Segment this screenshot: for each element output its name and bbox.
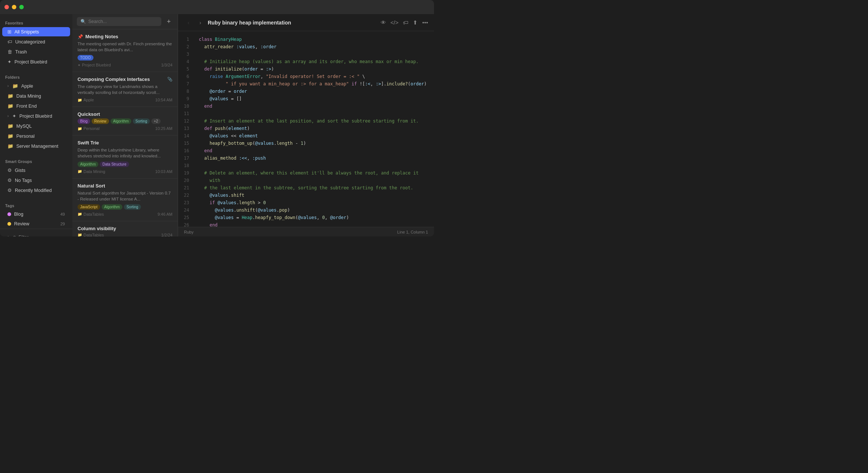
snippet-title: 📌 Meeting Notes (78, 34, 118, 39)
tag-icon[interactable]: 🏷 (403, 19, 408, 26)
snippet-item-meeting-notes[interactable]: 📌 Meeting Notes The meeting opened with … (72, 29, 178, 72)
trash-icon: 🗑 (7, 49, 12, 55)
tag-icon: 🏷 (7, 39, 12, 45)
search-icon: 🔍 (80, 19, 86, 24)
gear-icon: ⚙ (7, 167, 12, 173)
folders-label: Folders (0, 71, 72, 81)
tag-data-structure: Data Structure (100, 162, 129, 167)
sidebar-item-project-bluebird[interactable]: › ✦ Project Bluebird (2, 111, 70, 121)
sidebar-item-personal[interactable]: 📁 Personal (2, 131, 70, 141)
tag-todo: TODO (78, 55, 93, 61)
sidebar-item-data-mining[interactable]: 📁 Data Mining (2, 91, 70, 101)
snippet-folder: 📁 DataTables (78, 212, 104, 216)
folder-icon: 📁 (78, 127, 82, 131)
paperclip-icon: 📎 (167, 77, 172, 82)
more-icon[interactable]: ••• (422, 19, 428, 26)
tags-label: Tags (0, 200, 72, 209)
sidebar-item-gists[interactable]: ⚙ Gists (2, 166, 70, 175)
editor-toolbar: ‹ › Ruby binary heap implementation 👁 </… (178, 14, 434, 31)
snippet-item-composing[interactable]: Composing Complex Interfaces 📎 The categ… (72, 72, 178, 107)
trash-label: Trash (15, 49, 27, 55)
tag-review: Review (92, 118, 109, 124)
filter-icon: ⊙ (13, 235, 16, 237)
snippet-date: 1/2/24 (161, 233, 172, 236)
snippet-footer: 📁 Personal 10:25 AM (78, 126, 172, 131)
add-snippet-button[interactable]: + (164, 17, 173, 26)
folder-icon: 📁 (7, 143, 13, 149)
snippet-items-list: 📌 Meeting Notes The meeting opened with … (72, 29, 178, 236)
sidebar-item-server-management[interactable]: 📁 Server Management (2, 141, 70, 151)
snippet-tags: JavaScript Algorithm Sorting (78, 204, 172, 210)
language-label: Ruby (184, 230, 194, 234)
filter-bar[interactable]: ＋ ⊙ Filter (2, 232, 70, 236)
tag-algorithm: Algorithm (111, 118, 131, 124)
star-folder-icon: ✦ (7, 59, 11, 65)
editor-title: Ruby binary heap implementation (208, 20, 378, 26)
sidebar-item-apple[interactable]: › 📁 Apple (2, 81, 70, 91)
folder-icon: 📁 (7, 93, 13, 99)
eye-icon[interactable]: 👁 (381, 19, 386, 26)
folder-icon: 📁 (78, 98, 82, 102)
review-tag-dot (7, 222, 11, 226)
forward-button[interactable]: › (196, 18, 205, 27)
sidebar-item-no-tags[interactable]: ⚙ No Tags (2, 176, 70, 185)
search-input[interactable] (88, 19, 158, 24)
editor-body: 12345 678910 1112131415 1617181920 21222… (178, 31, 434, 227)
sidebar-item-recently-modified[interactable]: ⚙ Recently Modified (2, 186, 70, 195)
sidebar-item-front-end[interactable]: 📁 Front End (2, 101, 70, 111)
snippet-preview: The meeting opened with Dr. Finch presen… (78, 41, 172, 53)
sidebar-item-mysql[interactable]: 📁 MySQL (2, 121, 70, 131)
grid-icon: ⊞ (7, 29, 11, 35)
snippet-footer: ✦ Project Bluebird 1/3/24 (78, 63, 172, 67)
snippet-date: 9:46 AM (158, 212, 172, 216)
folder-icon: 📁 (78, 212, 82, 216)
snippet-header: Composing Complex Interfaces 📎 (78, 76, 172, 82)
toolbar-actions: 👁 </> 🏷 ⬆ ••• (381, 19, 428, 26)
folder-icon: 📁 (78, 169, 82, 173)
snippet-item-natural-sort[interactable]: Natural Sort Natural Sort algorithm for … (72, 179, 178, 221)
snippet-tags: Algorithm Data Structure (78, 162, 172, 167)
snippet-tags: TODO (78, 55, 172, 61)
snippet-title: Composing Complex Interfaces (78, 76, 150, 82)
snippet-header: Swift Trie (78, 140, 172, 146)
close-button[interactable] (4, 5, 9, 9)
snippet-item-quicksort[interactable]: Quicksort Blog Review Algorithm Sorting … (72, 107, 178, 136)
snippet-preview: The category view for Landmarks shows a … (78, 84, 172, 95)
sidebar-item-blog-tag[interactable]: Blog 49 (2, 210, 70, 219)
minimize-button[interactable] (12, 5, 16, 9)
gear-icon: ⚙ (7, 177, 12, 183)
snippet-list-header: 🔍 + (72, 14, 178, 29)
star-folder-icon: ✦ (12, 113, 16, 119)
snippet-folder: ✦ Project Bluebird (78, 63, 111, 67)
code-editor: ‹ › Ruby binary heap implementation 👁 </… (178, 14, 434, 236)
sidebar-item-review-tag[interactable]: Review 29 (2, 219, 70, 228)
plus-icon: ＋ (6, 234, 10, 236)
tag-plus: +2 (151, 118, 161, 124)
tag-algorithm: Algorithm (78, 162, 98, 167)
sidebar-item-uncategorized[interactable]: 🏷 Uncategorized (2, 37, 70, 46)
code-content[interactable]: class BinaryHeap attr_reader :values, :o… (193, 31, 434, 227)
snippet-date: 1/3/24 (161, 63, 172, 67)
snippet-header: Column visibility (78, 226, 172, 231)
sidebar-bottom: ＋ ⊙ Filter (0, 229, 72, 236)
share-icon[interactable]: ⬆ (413, 19, 418, 26)
snippet-date: 10:25 AM (155, 126, 172, 131)
sidebar-item-project-bluebird-fav[interactable]: ✦ Project Bluebird (2, 57, 70, 66)
snippet-item-column-visibility[interactable]: Column visibility 📁 DataTables 1/2/24 (72, 221, 178, 236)
cursor-position: Line 1, Column 1 (397, 230, 428, 234)
back-button[interactable]: ‹ (184, 18, 193, 27)
search-bar[interactable]: 🔍 (77, 17, 161, 26)
filter-label: Filter (19, 235, 29, 237)
title-bar (0, 0, 434, 14)
app-window: Favorites ⊞ All Snippets 🏷 Uncategorized… (0, 0, 434, 236)
sidebar: Favorites ⊞ All Snippets 🏷 Uncategorized… (0, 14, 72, 236)
snippet-date: 10:03 AM (155, 169, 172, 174)
sidebar-item-all-snippets[interactable]: ⊞ All Snippets (2, 27, 70, 36)
sidebar-item-trash[interactable]: 🗑 Trash (2, 47, 70, 56)
snippet-item-swift-trie[interactable]: Swift Trie Deep within the Labyrinthine … (72, 136, 178, 178)
code-icon[interactable]: </> (391, 19, 399, 26)
editor-statusbar: Ruby Line 1, Column 1 (178, 227, 434, 236)
snippet-date: 10:54 AM (155, 98, 172, 102)
chevron-right-icon: › (7, 114, 9, 118)
maximize-button[interactable] (19, 5, 24, 9)
